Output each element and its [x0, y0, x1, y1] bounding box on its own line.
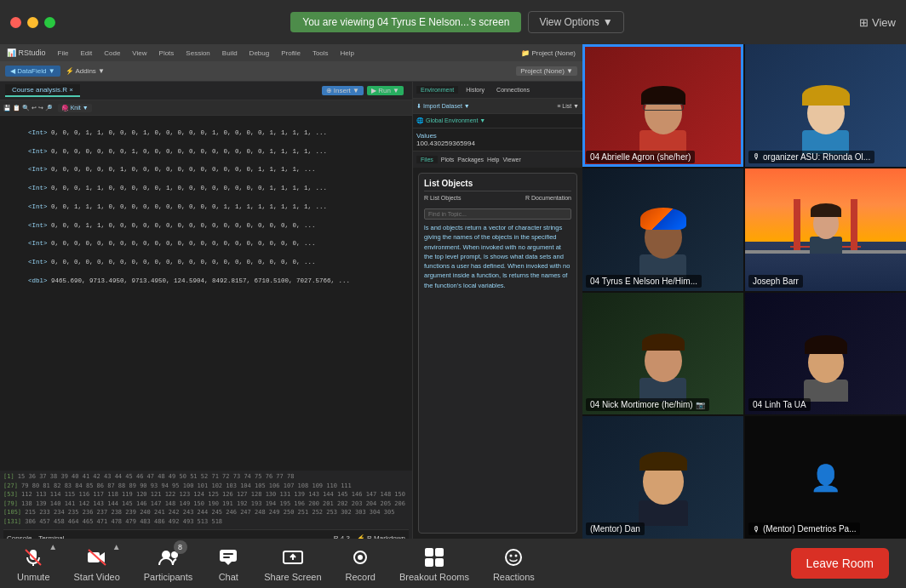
- unmute-chevron: ▲: [49, 542, 57, 551]
- reactions-icon: [502, 545, 525, 569]
- leave-room-button[interactable]: Leave Room: [791, 548, 889, 579]
- plots-tab[interactable]: Plots: [441, 157, 455, 163]
- participants-label: Participants: [144, 572, 192, 582]
- chat-button[interactable]: Chat: [216, 545, 240, 582]
- window-controls: [10, 17, 55, 28]
- insert-btn[interactable]: ⊕ Insert ▼: [322, 86, 364, 95]
- svg-point-12: [358, 555, 363, 560]
- find-topic-input[interactable]: [424, 208, 571, 220]
- project-new[interactable]: Project (None) ▼: [516, 66, 577, 76]
- addins-btn[interactable]: ⚡ Addins ▼: [66, 67, 105, 75]
- rstudio-logo: 📊 RStudio: [7, 49, 46, 57]
- minimize-button[interactable]: [27, 17, 38, 28]
- r-list-objects: R List Objects: [424, 195, 462, 201]
- rstudio-help-menu[interactable]: Help: [341, 49, 354, 57]
- rstudio-session-menu[interactable]: Session: [186, 49, 209, 57]
- history-tab[interactable]: History: [462, 86, 489, 94]
- video-tile-tyrus: 04 Tyrus E Nelson He/Him...: [582, 168, 743, 291]
- list-view[interactable]: ≡ List ▼: [557, 103, 579, 109]
- help-tab[interactable]: Help: [487, 157, 499, 163]
- rstudio-build-menu[interactable]: Build: [222, 49, 238, 57]
- unmute-label: Unmute: [17, 572, 50, 582]
- code-line-4: <Int> 0, 0, 0, 1, 1, 0, 0, 0, 0, 0, 1, 0…: [5, 185, 327, 191]
- code-line-6: <Int> 0, 0, 0, 1, 1, 0, 0, 0, 0, 0, 0, 0…: [5, 222, 316, 229]
- record-button[interactable]: Record: [346, 545, 376, 582]
- reactions-label: Reactions: [493, 572, 535, 582]
- video-tile-abrielle: 04 Abrielle Agron (she/her): [582, 44, 743, 167]
- code-line-5: <Int> 0, 0, 1, 1, 1, 0, 0, 0, 0, 0, 0, 0…: [5, 203, 327, 210]
- view-button[interactable]: ⊞ View: [859, 16, 896, 29]
- video-grid: 04 Abrielle Agron (she/her) 🎙 organizer …: [582, 44, 906, 539]
- participant-name-abrielle: 04 Abrielle Agron (she/her): [586, 151, 695, 163]
- start-video-label: Start Video: [74, 572, 120, 582]
- screen-share-notice: You are viewing 04 Tyrus E Nelson...'s s…: [55, 11, 859, 33]
- code-line-9: <dbl> 9465.690, 9713.4950, 9713.4950, 12…: [5, 277, 350, 284]
- video-tile-demetrios: 👤 🎙 (Mentor) Demetrios Pa...: [745, 416, 906, 539]
- import-dataset[interactable]: ⬇ Import Dataset ▼: [416, 103, 470, 110]
- svg-point-13: [506, 550, 521, 565]
- rstudio-edit-menu[interactable]: Edit: [80, 49, 92, 57]
- rstudio-plots-menu[interactable]: Plots: [159, 49, 175, 57]
- rstudio-tools-menu[interactable]: Tools: [313, 49, 329, 57]
- line-numbers: [1] 15 36 37 38 39 40 41 42 43 44 45 46 …: [3, 472, 409, 526]
- participant-name-linh: 04 Linh Ta UA: [748, 398, 811, 411]
- rstudio-code-menu[interactable]: Code: [104, 49, 120, 57]
- record-label: Record: [346, 572, 376, 582]
- svg-rect-9: [223, 557, 230, 558]
- view-label: View: [872, 16, 896, 29]
- r-doc-link[interactable]: R Documentation: [525, 195, 571, 201]
- packages-tab[interactable]: Packages: [457, 157, 484, 163]
- view-options-button[interactable]: View Options ▼: [528, 11, 623, 33]
- rstudio-file-menu[interactable]: File: [58, 49, 69, 57]
- video-tile-linh: 04 Linh Ta UA: [745, 293, 906, 415]
- participants-count-badge: 8: [174, 540, 187, 554]
- global-env: 🌐 Global Environment ▼: [413, 114, 582, 128]
- datafield-dropdown[interactable]: ◀ DataField ▼: [5, 66, 60, 77]
- main-content: 📊 RStudio File Edit Code View Plots Sess…: [0, 44, 906, 539]
- demetrios-avatar: 👤: [810, 463, 841, 493]
- participant-name-joseph: Joseph Barr: [748, 275, 803, 288]
- viewer-tab[interactable]: Viewer: [503, 157, 521, 163]
- connections-tab[interactable]: Connections: [492, 86, 534, 94]
- bottom-toolbar: ▲ Unmute ▲ Start Video: [0, 539, 906, 588]
- video-tile-rhonda: 🎙 organizer ASU: Rhonda Ol...: [745, 44, 906, 167]
- video-tile-joseph: Joseph Barr: [745, 168, 906, 291]
- editor-toolbar-icons: 💾 📋 🔍 ↩ ↪ 🔎: [3, 105, 53, 111]
- participant-name-nick: 04 Nick Mortimore (he/him) 📷: [586, 398, 709, 411]
- rstudio-view-menu[interactable]: View: [132, 49, 146, 57]
- participants-button[interactable]: 8 Participants: [144, 545, 192, 582]
- env-values: Values 100.430259365994: [413, 128, 582, 151]
- run-btn[interactable]: ▶ Run ▼: [367, 86, 404, 95]
- code-line-3: <Int> 0, 0, 0, 0, 0, 0, 1, 0, 0, 0, 0, 0…: [5, 166, 316, 173]
- rstudio-debug-menu[interactable]: Debug: [249, 49, 270, 57]
- video-tile-mentor-dan: (Mentor) Dan: [582, 416, 743, 539]
- env-tab[interactable]: Environment: [416, 86, 458, 94]
- svg-point-14: [510, 554, 513, 557]
- mic-icon-demetrios: 🎙: [753, 525, 760, 534]
- organizer-badge: 🎙: [753, 152, 760, 161]
- files-tab[interactable]: Files: [416, 156, 438, 163]
- participant-name-demetrios: 🎙 (Mentor) Demetrios Pa...: [748, 522, 860, 535]
- start-video-button[interactable]: ▲ Start Video: [74, 545, 120, 582]
- breakout-rooms-label: Breakout Rooms: [399, 572, 469, 582]
- unmute-button[interactable]: ▲ Unmute: [17, 545, 50, 582]
- screen-share-text: You are viewing 04 Tyrus E Nelson...'s s…: [290, 12, 521, 32]
- knit-btn[interactable]: 🧶 Knit ▼: [58, 104, 92, 112]
- camera-icon-nick: 📷: [696, 401, 705, 409]
- svg-rect-7: [220, 550, 237, 562]
- share-screen-icon: [281, 545, 305, 569]
- breakout-rooms-button[interactable]: Breakout Rooms: [399, 545, 469, 582]
- participants-icon: 8: [157, 545, 181, 569]
- files-tabs: Files Plots Packages Help Viewer: [413, 151, 582, 168]
- reactions-button[interactable]: Reactions: [493, 545, 535, 582]
- close-button[interactable]: [10, 17, 21, 28]
- rstudio-profile-menu[interactable]: Profile: [281, 49, 301, 57]
- list-objects-title: List Objects: [424, 179, 571, 191]
- share-screen-button[interactable]: Share Screen: [264, 545, 321, 582]
- code-line-7: <Int> 0, 0, 0, 0, 0, 0, 0, 0, 0, 0, 0, 0…: [5, 240, 316, 247]
- code-line-2: <Int> 0, 0, 0, 0, 0, 0, 0, 1, 0, 0, 0, 0…: [5, 148, 327, 155]
- source-tab[interactable]: Course analysis.R ×: [5, 84, 80, 97]
- chat-icon: [216, 545, 240, 569]
- maximize-button[interactable]: [44, 17, 55, 28]
- camera-icon: [85, 545, 109, 569]
